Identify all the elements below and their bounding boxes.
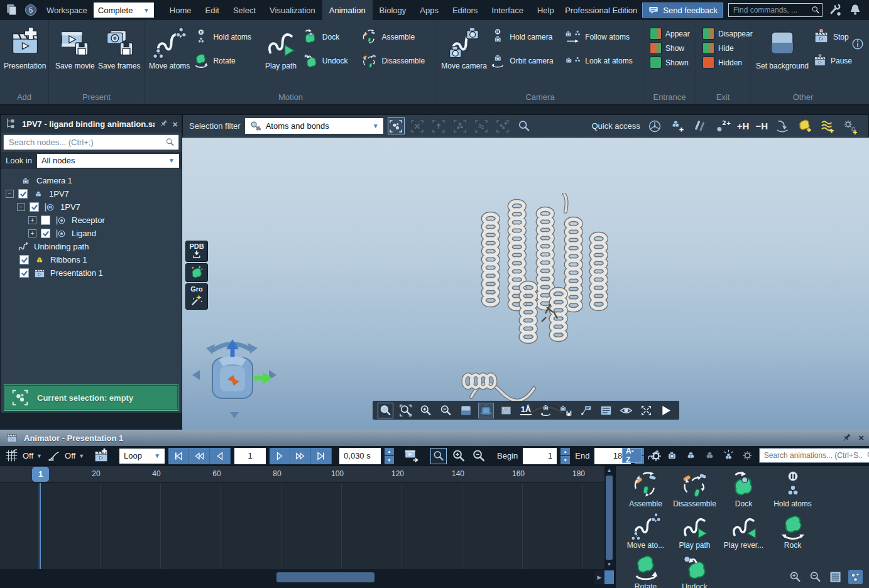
collapse-icon[interactable]: − (17, 203, 25, 211)
tree-row-unbinding-path[interactable]: Unbinding path (1, 240, 182, 253)
stop-button[interactable]: Stop (813, 29, 852, 45)
filter-path-icon[interactable] (646, 448, 660, 463)
library-zoom-out-icon[interactable] (808, 570, 823, 584)
pause-button[interactable]: Pause (813, 53, 852, 69)
timeline-horizontal-scrollbar[interactable] (0, 570, 594, 584)
timeline-zoom-out-icon[interactable] (471, 448, 487, 464)
filter-groups-icon[interactable] (702, 448, 717, 463)
show-button[interactable]: Show (650, 42, 690, 54)
add-sheets-icon[interactable] (819, 118, 836, 134)
dock-button[interactable]: Dock (302, 29, 358, 45)
workspace-dropdown[interactable]: Complete ▼ (94, 3, 154, 18)
menu-animation[interactable]: Animation (322, 0, 373, 20)
library-item-play-reversed[interactable]: Play rever... (721, 512, 766, 550)
library-settings-icon[interactable] (740, 448, 755, 463)
menu-interface[interactable]: Interface (484, 0, 530, 20)
frame-time-spinner[interactable]: ▲▼ (385, 448, 394, 464)
periodic-table-icon[interactable] (647, 118, 663, 134)
bonds-icon[interactable] (692, 118, 708, 134)
add-atoms-icon[interactable] (669, 118, 686, 134)
timeline-zoom-in-icon[interactable] (451, 448, 467, 464)
menu-editors[interactable]: Editors (445, 0, 484, 20)
pin-icon[interactable] (158, 119, 168, 129)
visibility-checkbox-checked[interactable] (19, 255, 29, 264)
send-feedback-button[interactable]: Send feedback (642, 3, 723, 18)
collapse-icon[interactable]: − (6, 190, 14, 198)
documents-icon[interactable] (4, 2, 20, 18)
menu-home[interactable]: Home (163, 0, 199, 20)
selection-filter-dropdown[interactable]: Atoms and bonds ▼ (245, 118, 383, 134)
navigation-cube[interactable] (187, 327, 281, 421)
visibility-checkbox-unchecked[interactable] (41, 215, 50, 225)
step-forward-button[interactable] (270, 448, 290, 464)
search-animations-input[interactable] (759, 448, 869, 463)
move-camera-button[interactable]: Move camera (441, 26, 487, 70)
scrollbar-thumb[interactable] (276, 572, 374, 582)
library-item-hold-atoms[interactable]: Hold atoms (770, 471, 815, 508)
select-parent-button[interactable] (430, 117, 447, 134)
set-background-button[interactable]: Set background (754, 26, 811, 70)
text-panel-button[interactable] (598, 403, 614, 418)
info-icon[interactable] (850, 36, 865, 52)
library-item-rock[interactable]: Rock (770, 512, 815, 550)
step-backward-button[interactable] (210, 448, 231, 464)
select-similar-button[interactable] (473, 117, 490, 134)
hidden-button[interactable]: Hidden (702, 57, 753, 68)
timeline-ruler[interactable]: 20 40 60 80 100 120 140 160 180 1 (0, 466, 604, 482)
filter-effects-icon[interactable] (721, 448, 736, 463)
add-ribbon-icon[interactable] (797, 118, 813, 134)
fast-forward-button[interactable] (290, 448, 311, 464)
filter-atoms-icon[interactable] (684, 448, 698, 463)
menu-help[interactable]: Help (530, 0, 561, 20)
assemble-button[interactable]: Assemble (361, 29, 433, 45)
timeline-grid[interactable] (0, 482, 604, 569)
library-item-undock[interactable]: Undock (672, 553, 717, 588)
select-all-button[interactable] (388, 117, 405, 134)
visibility-button[interactable] (618, 403, 634, 418)
visibility-checkbox-checked[interactable] (30, 202, 39, 212)
tree-row-camera1[interactable]: Camera 1 (1, 174, 182, 187)
close-icon[interactable]: × (858, 432, 864, 444)
current-frame-field[interactable]: 1 (234, 448, 266, 464)
visibility-checkbox-checked[interactable] (18, 189, 28, 199)
disappear-button[interactable]: Disappear (702, 28, 753, 40)
export-movie-icon[interactable] (403, 447, 422, 465)
zoom-out-button[interactable] (438, 403, 454, 418)
zoom-select-button[interactable] (378, 403, 393, 418)
frame-time-field[interactable]: 0,030 s (339, 448, 381, 464)
library-item-dock[interactable]: Dock (721, 471, 766, 508)
fog-button[interactable] (498, 403, 514, 418)
visibility-checkbox-checked[interactable] (19, 268, 29, 278)
remove-hydrogens-button[interactable]: −H (755, 121, 768, 131)
rotate-button[interactable]: Rotate (193, 53, 261, 69)
add-animation-icon[interactable] (93, 448, 109, 464)
save-frames-button[interactable]: Save frames (97, 26, 142, 70)
search-nodes-input[interactable] (3, 134, 179, 150)
scroll-down-arrow[interactable]: ▼ (604, 560, 614, 569)
close-icon[interactable]: × (172, 119, 178, 129)
fullscreen-button[interactable] (638, 403, 654, 418)
navigation-cube-toggle[interactable] (478, 403, 494, 418)
follow-atoms-button[interactable]: Follow atoms (565, 29, 639, 45)
tree-row-1pv7-model[interactable]: − M 1PV7 (1, 200, 182, 214)
tree-row-presentation1[interactable]: Presentation 1 (1, 266, 182, 280)
disassemble-button[interactable]: Disassemble (361, 53, 433, 69)
fast-backward-button[interactable] (189, 448, 210, 464)
hold-camera-button[interactable]: Hold camera (489, 29, 561, 45)
begin-spinner[interactable]: ▲▼ (560, 448, 570, 464)
scrollbar-thumb[interactable] (606, 476, 613, 560)
zoom-region-button[interactable] (398, 403, 413, 418)
library-item-move-atoms[interactable]: Move ato... (623, 512, 668, 550)
library-item-disassemble[interactable]: Disassemble (672, 471, 717, 508)
filter-camera-icon[interactable] (665, 448, 679, 463)
find-selection-button[interactable] (516, 117, 533, 134)
look-in-dropdown[interactable]: All nodes ▼ (37, 154, 179, 168)
gromacs-button[interactable]: Gro (185, 283, 208, 310)
playhead[interactable]: 1 (32, 467, 49, 482)
tree-row-receptor[interactable]: + Receptor (1, 214, 182, 227)
scale-button[interactable]: 1Å (518, 403, 533, 418)
library-item-rotate[interactable]: Rotate (623, 553, 668, 588)
save-movie-button[interactable]: Save movie (53, 26, 97, 70)
pdb-download-button[interactable]: PDB (185, 241, 208, 262)
play-button[interactable] (658, 403, 674, 418)
